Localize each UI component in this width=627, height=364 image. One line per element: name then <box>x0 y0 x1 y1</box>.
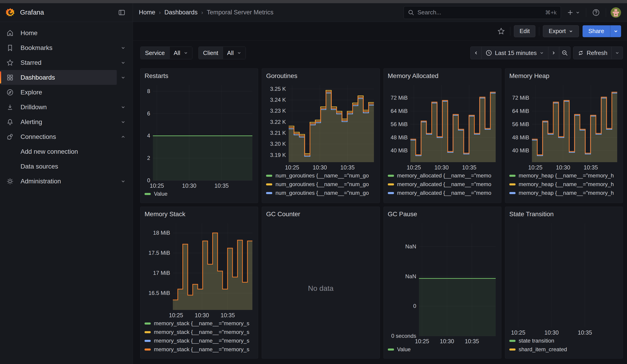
service-filter-value[interactable]: All <box>170 47 192 59</box>
svg-text:56 MiB: 56 MiB <box>391 121 408 127</box>
sidebar-link-alerting[interactable]: Alerting <box>0 114 117 129</box>
chart-goroutines[interactable]: 3.25 K3.24 K3.23 K3.22 K3.21 K3.20 K3.19… <box>266 83 375 171</box>
panel-title-restarts[interactable]: Restarts <box>145 72 254 80</box>
legend-series-label[interactable]: memory_stack {__name__="memory_s <box>154 338 250 344</box>
legend-series-label[interactable]: memory_stack {__name__="memory_s <box>154 320 250 327</box>
refresh-icon <box>577 50 584 56</box>
svg-text:NaN: NaN <box>405 243 416 250</box>
sidebar-link-administration[interactable]: Administration <box>0 174 117 189</box>
legend-series-label[interactable]: num_goroutines {__name__="num_go <box>275 181 369 188</box>
legend-item: shard_item_created <box>509 346 619 352</box>
svg-text:64 MiB: 64 MiB <box>512 108 529 114</box>
chart-memory-heap[interactable]: 72 MiB64 MiB56 MiB48 MiB40 MiB10:2510:30… <box>509 83 619 171</box>
legend-series-label[interactable]: Value <box>397 346 411 353</box>
chevron-down-icon[interactable] <box>117 71 129 84</box>
window-chrome-strip <box>0 0 627 3</box>
legend-series-label[interactable]: shard_item_created <box>519 346 567 353</box>
sidebar-link-drilldown[interactable]: Drilldown <box>0 100 117 114</box>
legend-series-label[interactable]: memory_stack {__name__="memory_s <box>154 346 250 353</box>
zoom-out-icon[interactable] <box>559 47 570 59</box>
legend-series-label[interactable]: memory_heap {__name__="memory_h <box>519 181 614 188</box>
legend-series-label[interactable]: memory_allocated {__name__="memo <box>397 190 491 196</box>
panel-restarts: Restarts8642010:2510:3010:35Value <box>140 68 258 203</box>
favorite-star-icon[interactable] <box>496 26 506 37</box>
sidebar-link-starred[interactable]: Starred <box>0 55 117 70</box>
svg-text:3.19 K: 3.19 K <box>270 152 286 158</box>
chevron-down-icon[interactable] <box>117 116 129 128</box>
panel-title-memory-heap[interactable]: Memory Heap <box>509 72 619 80</box>
legend-series-label[interactable]: memory_allocated {__name__="memo <box>397 172 491 179</box>
sidebar-toggle-icon[interactable] <box>117 7 127 18</box>
chart-restarts[interactable]: 8642010:2510:3010:35 <box>145 83 254 190</box>
legend-gc-pause: Value <box>388 345 497 355</box>
panel-title-memory-stack[interactable]: Memory Stack <box>145 210 254 218</box>
panel-title-memory-allocated[interactable]: Memory Allocated <box>388 72 497 80</box>
sidebar-link-dashboards[interactable]: Dashboards <box>0 70 117 85</box>
chevron-down-icon[interactable] <box>117 56 129 69</box>
sidebar-link-data-sources[interactable]: Data sources <box>0 159 129 174</box>
breadcrumb-home[interactable]: Home <box>139 9 155 16</box>
legend-item: memory_heap {__name__="memory_h <box>509 181 619 187</box>
chevron-down-icon[interactable] <box>117 175 129 188</box>
legend-series-label[interactable]: memory_heap {__name__="memory_h <box>519 190 614 196</box>
sidebar-link-bookmarks[interactable]: Bookmarks <box>0 40 117 55</box>
panel-title-state-transition[interactable]: State Transition <box>509 210 619 218</box>
legend-item: memory_stack {__name__="memory_s <box>145 329 254 335</box>
compass-icon <box>6 89 14 96</box>
svg-text:10:25: 10:25 <box>511 329 525 336</box>
legend-series-label[interactable]: memory_heap {__name__="memory_h <box>519 199 614 200</box>
legend-series-label[interactable]: num_goroutines {__name__="num_go <box>275 190 369 196</box>
legend-series-label[interactable]: memory_allocated {__name__="memo <box>397 199 491 200</box>
chart-memory-stack[interactable]: 18 MiB17.5 MiB17 MiB16.5 MiB10:2510:3010… <box>145 221 254 319</box>
legend-series-label[interactable]: memory_allocated {__name__="memo <box>397 181 491 188</box>
panel-title-gc-counter[interactable]: GC Counter <box>266 210 375 218</box>
chart-gc-pause[interactable]: NaNNaN00 seconds10:2510:3010:35 <box>388 221 497 345</box>
client-filter-value[interactable]: All <box>223 47 246 59</box>
legend-series-label[interactable]: memory_heap {__name__="memory_h <box>519 172 614 179</box>
panel-title-gc-pause[interactable]: GC Pause <box>388 210 497 218</box>
chart-memory-allocated[interactable]: 72 MiB64 MiB56 MiB48 MiB40 MiB10:2510:30… <box>388 83 497 171</box>
search-box[interactable]: ⌘+k <box>404 6 561 19</box>
chart-state-transition[interactable]: 10:2510:3010:35 <box>509 221 619 336</box>
chevron-up-icon[interactable] <box>117 130 129 143</box>
sidebar-item-data-sources: Data sources <box>0 159 129 174</box>
legend-series-label[interactable]: Value <box>154 191 168 197</box>
sidebar-link-home[interactable]: Home <box>0 26 129 40</box>
legend-series-label[interactable]: state transition <box>519 338 554 344</box>
avatar[interactable] <box>611 7 621 18</box>
home-icon <box>6 29 14 37</box>
chart-svg-memory-allocated: 72 MiB64 MiB56 MiB48 MiB40 MiB10:2510:30… <box>388 83 497 171</box>
sidebar-link-explore[interactable]: Explore <box>0 85 129 100</box>
svg-text:10:25: 10:25 <box>528 164 542 171</box>
chevron-down-icon[interactable] <box>117 42 129 54</box>
svg-text:10:30: 10:30 <box>434 164 449 171</box>
search-input[interactable] <box>418 9 542 16</box>
legend-series-label[interactable]: num_goroutines {__name__="num_go <box>275 199 369 200</box>
panel-title-goroutines[interactable]: Goroutines <box>266 72 375 80</box>
svg-text:10:35: 10:35 <box>584 164 598 171</box>
sidebar-link-connections[interactable]: Connections <box>0 129 117 144</box>
panel-gc-counter: GC CounterNo data <box>262 207 380 359</box>
breadcrumb-dashboards[interactable]: Dashboards <box>164 9 198 16</box>
help-icon[interactable] <box>591 7 601 18</box>
share-dropdown-button[interactable] <box>610 25 621 37</box>
time-shift-forward-button[interactable] <box>548 47 559 59</box>
time-range-picker[interactable]: Last 15 minutes <box>481 47 548 59</box>
sidebar-link-add-new-connection[interactable]: Add new connection <box>0 144 129 159</box>
refresh-interval-dropdown[interactable] <box>612 47 623 59</box>
chevron-right-icon <box>551 51 556 55</box>
refresh-button[interactable]: Refresh <box>574 47 612 59</box>
add-new-button[interactable] <box>566 8 581 17</box>
svg-text:17 MiB: 17 MiB <box>153 270 170 276</box>
svg-text:18 MiB: 18 MiB <box>153 230 170 236</box>
legend-series-label[interactable]: num_goroutines {__name__="num_go <box>275 172 369 179</box>
chevron-down-icon[interactable] <box>117 101 129 113</box>
edit-button[interactable]: Edit <box>514 25 536 37</box>
legend-series-color <box>509 340 516 342</box>
export-button[interactable]: Export <box>543 25 579 37</box>
time-range-controls: Last 15 minutes <box>470 47 571 59</box>
share-button[interactable]: Share <box>582 25 610 37</box>
legend-series-label[interactable]: memory_stack {__name__="memory_s <box>154 329 250 335</box>
time-shift-back-button[interactable] <box>470 47 481 59</box>
legend-goroutines: num_goroutines {__name__="num_gonum_goro… <box>266 171 375 200</box>
